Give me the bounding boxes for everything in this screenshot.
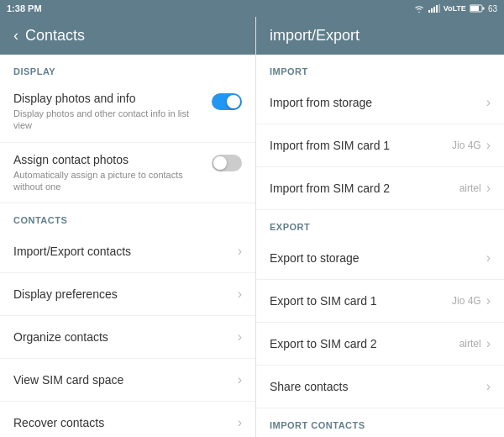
battery-icon — [470, 4, 485, 13]
display-preferences-nav[interactable]: Display preferences › — [0, 273, 255, 316]
export-sim1-meta: Jio 4G — [452, 295, 481, 307]
import-contacts-section-label: IMPORT CONTACTS — [256, 408, 504, 435]
export-sim2-label: Export to SIM card 2 — [270, 337, 377, 350]
export-sim2-meta: airtel — [459, 338, 481, 350]
export-to-storage-label: Export to storage — [270, 251, 360, 265]
import-sim1-chevron: › — [486, 138, 491, 153]
right-panel: import/Export IMPORT Import from storage… — [256, 17, 504, 437]
export-section-label: EXPORT — [256, 210, 504, 237]
left-header-title: Contacts — [25, 27, 85, 45]
right-header-title: import/Export — [270, 27, 360, 45]
import-sim2-item[interactable]: Import from SIM card 2 airtel › — [256, 167, 504, 210]
import-export-chevron: › — [238, 244, 242, 259]
left-header: ‹ Contacts — [0, 17, 255, 55]
wifi-icon — [413, 4, 425, 13]
recover-contacts-label: Recover contacts — [13, 416, 104, 429]
export-sim2-item[interactable]: Export to SIM card 2 airtel › — [256, 323, 504, 366]
volte-badge: VoLTE — [444, 4, 466, 13]
display-preferences-label: Display preferences — [13, 287, 118, 301]
export-sim1-item[interactable]: Export to SIM card 1 Jio 4G › — [256, 280, 504, 323]
import-from-storage-label: Import from storage — [270, 96, 372, 109]
main-container: ‹ Contacts DISPLAY Display photos and in… — [0, 17, 504, 437]
import-sim1-meta: Jio 4G — [452, 140, 481, 151]
assign-photos-title: Assign contact photos — [13, 153, 203, 166]
recover-contacts-chevron: › — [238, 415, 242, 430]
export-to-storage-item[interactable]: Export to storage › — [256, 237, 504, 280]
recover-contacts-nav[interactable]: Recover contacts › — [0, 402, 255, 437]
view-sim-chevron: › — [238, 372, 242, 387]
svg-rect-1 — [431, 8, 433, 13]
import-sim2-meta: airtel — [459, 182, 481, 194]
svg-rect-3 — [436, 5, 438, 13]
export-sim1-label: Export to SIM card 1 — [270, 294, 377, 308]
import-export-label: Import/Export contacts — [13, 245, 131, 258]
export-sim2-chevron: › — [486, 336, 491, 351]
import-sim1-label: Import from SIM card 1 — [270, 139, 390, 152]
import-export-nav[interactable]: Import/Export contacts › — [0, 230, 255, 273]
import-from-storage-item[interactable]: Import from storage › — [256, 82, 504, 124]
import-sim2-label: Import from SIM card 2 — [270, 182, 390, 195]
status-time: 1:38 PM — [7, 3, 42, 13]
export-sim1-chevron: › — [486, 293, 491, 308]
view-sim-label: View SIM card space — [13, 373, 123, 387]
import-storage-chevron: › — [486, 95, 491, 110]
import-sim2-chevron: › — [486, 181, 491, 196]
import-section-label: IMPORT — [256, 55, 504, 82]
svg-rect-0 — [428, 10, 430, 13]
svg-rect-7 — [482, 8, 484, 10]
share-contacts-item[interactable]: Share contacts › — [256, 366, 504, 408]
display-section-label: DISPLAY — [0, 55, 255, 82]
share-contacts-label: Share contacts — [270, 380, 348, 393]
organize-contacts-label: Organize contacts — [13, 330, 108, 344]
view-sim-nav[interactable]: View SIM card space › — [0, 359, 255, 402]
assign-photos-item: Assign contact photos Automatically assi… — [0, 143, 255, 204]
svg-rect-6 — [470, 6, 479, 11]
display-photos-subtitle: Display photos and other contact info in… — [13, 108, 203, 132]
assign-photos-toggle[interactable] — [212, 155, 242, 171]
status-bar: 1:38 PM VoLTE 63 — [0, 0, 504, 17]
svg-rect-2 — [433, 7, 435, 13]
display-photos-toggle[interactable] — [212, 93, 242, 110]
import-sim1-item[interactable]: Import from SIM card 1 Jio 4G › — [256, 124, 504, 167]
right-header: import/Export — [256, 17, 504, 55]
contacts-section-label: CONTACTS — [0, 203, 255, 230]
left-panel: ‹ Contacts DISPLAY Display photos and in… — [0, 17, 256, 437]
export-storage-chevron: › — [486, 250, 491, 266]
organize-contacts-chevron: › — [238, 329, 242, 345]
assign-photos-subtitle: Automatically assign a picture to contac… — [13, 169, 203, 193]
status-icons: VoLTE 63 — [413, 4, 497, 13]
display-preferences-chevron: › — [238, 287, 242, 302]
battery-percent: 63 — [488, 4, 497, 13]
back-arrow-icon[interactable]: ‹ — [13, 27, 18, 45]
organize-contacts-nav[interactable]: Organize contacts › — [0, 316, 255, 359]
signal-icon — [428, 4, 440, 13]
svg-rect-4 — [438, 4, 440, 13]
share-contacts-chevron: › — [486, 379, 491, 394]
display-photos-title: Display photos and info — [13, 92, 203, 105]
display-photos-item: Display photos and info Display photos a… — [0, 82, 255, 143]
